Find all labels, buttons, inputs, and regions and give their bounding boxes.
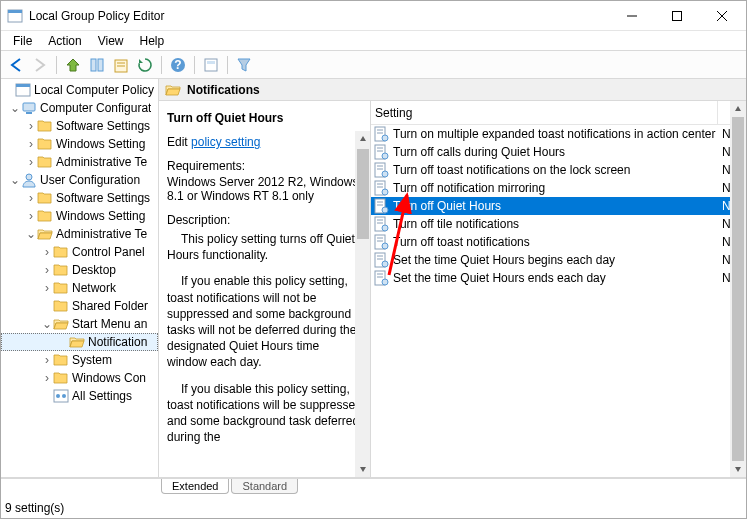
close-button[interactable]: [699, 2, 744, 30]
tree-admin-templates[interactable]: ⌄Administrative Te: [1, 225, 158, 243]
collapse-icon[interactable]: ⌄: [41, 318, 53, 330]
help-button[interactable]: [167, 54, 189, 76]
folder-icon: [53, 298, 69, 314]
filter-button[interactable]: [233, 54, 255, 76]
tree-item[interactable]: ›Windows Setting: [1, 135, 158, 153]
tree-item[interactable]: ›System: [1, 351, 158, 369]
setting-label: Set the time Quiet Hours begins each day: [393, 253, 718, 267]
setting-row[interactable]: Turn off notification mirroringNo: [371, 179, 746, 197]
edit-label: Edit: [167, 135, 188, 149]
folder-icon: [37, 208, 53, 224]
setting-row[interactable]: Turn off Quiet HoursNo: [371, 197, 746, 215]
title-bar: Local Group Policy Editor: [1, 1, 746, 31]
tree-item[interactable]: ›Software Settings: [1, 117, 158, 135]
tree-item[interactable]: ›Windows Con: [1, 369, 158, 387]
status-bar: 9 setting(s): [1, 498, 746, 518]
navigation-tree[interactable]: Local Computer Policy ⌄Computer Configur…: [1, 79, 159, 477]
setting-icon: [373, 252, 389, 268]
setting-row[interactable]: Turn off toast notificationsNo: [371, 233, 746, 251]
expand-icon[interactable]: ›: [41, 246, 53, 258]
setting-label: Turn on multiple expanded toast notifica…: [393, 127, 718, 141]
tree-item[interactable]: ›Desktop: [1, 261, 158, 279]
setting-label: Turn off toast notifications: [393, 235, 718, 249]
setting-icon: [373, 144, 389, 160]
expand-icon[interactable]: ›: [41, 354, 53, 366]
up-button[interactable]: [62, 54, 84, 76]
expand-icon[interactable]: ›: [25, 156, 37, 168]
menu-view[interactable]: View: [90, 32, 132, 50]
show-button[interactable]: [200, 54, 222, 76]
folder-icon: [53, 280, 69, 296]
setting-row[interactable]: Set the time Quiet Hours begins each day…: [371, 251, 746, 269]
menu-bar: File Action View Help: [1, 31, 746, 51]
setting-row[interactable]: Turn off calls during Quiet HoursNo: [371, 143, 746, 161]
show-hide-tree-button[interactable]: [86, 54, 108, 76]
separator: [161, 56, 162, 74]
collapse-icon[interactable]: ⌄: [25, 228, 37, 240]
scroll-up-button[interactable]: [730, 101, 746, 117]
tree-item[interactable]: ›Control Panel: [1, 243, 158, 261]
setting-label: Turn off notification mirroring: [393, 181, 718, 195]
main-area: Local Computer Policy ⌄Computer Configur…: [1, 79, 746, 478]
tree-item[interactable]: ›Network: [1, 279, 158, 297]
requirements-heading: Requirements:: [167, 159, 362, 173]
tree-start-menu[interactable]: ⌄Start Menu an: [1, 315, 158, 333]
settings-list: Setting Turn on multiple expanded toast …: [371, 101, 746, 477]
menu-action[interactable]: Action: [40, 32, 89, 50]
folder-open-icon: [37, 226, 53, 242]
forward-button[interactable]: [29, 54, 51, 76]
minimize-button[interactable]: [609, 2, 654, 30]
setting-icon: [373, 234, 389, 250]
setting-icon: [373, 198, 389, 214]
tree-item[interactable]: ›Windows Setting: [1, 207, 158, 225]
expand-icon[interactable]: ›: [25, 120, 37, 132]
back-button[interactable]: [5, 54, 27, 76]
scroll-thumb[interactable]: [732, 117, 744, 461]
folder-open-icon: [53, 316, 69, 332]
setting-label: Set the time Quiet Hours ends each day: [393, 271, 718, 285]
setting-row[interactable]: Turn on multiple expanded toast notifica…: [371, 125, 746, 143]
expand-icon[interactable]: ›: [25, 138, 37, 150]
expand-icon[interactable]: ›: [25, 192, 37, 204]
setting-icon: [373, 162, 389, 178]
requirements-text: Windows Server 2012 R2, Windows 8.1 or W…: [167, 175, 362, 203]
menu-help[interactable]: Help: [132, 32, 173, 50]
expand-icon[interactable]: ›: [25, 210, 37, 222]
tree-user-config[interactable]: ⌄User Configuration: [1, 171, 158, 189]
user-icon: [21, 172, 37, 188]
scroll-thumb[interactable]: [357, 149, 369, 239]
selected-policy-name: Turn off Quiet Hours: [167, 111, 362, 125]
properties-button[interactable]: [110, 54, 132, 76]
setting-row[interactable]: Set the time Quiet Hours ends each dayNo: [371, 269, 746, 287]
tree-item[interactable]: Shared Folder: [1, 297, 158, 315]
setting-row[interactable]: Turn off tile notificationsNo: [371, 215, 746, 233]
expand-icon[interactable]: ›: [41, 282, 53, 294]
tree-item[interactable]: ›Administrative Te: [1, 153, 158, 171]
scroll-up-button[interactable]: [355, 131, 371, 147]
maximize-button[interactable]: [654, 2, 699, 30]
list-scrollbar[interactable]: [730, 101, 746, 477]
scroll-down-button[interactable]: [355, 461, 371, 477]
tree-notifications[interactable]: Notification: [1, 333, 158, 351]
column-setting[interactable]: Setting: [371, 101, 718, 124]
menu-file[interactable]: File: [5, 32, 40, 50]
refresh-button[interactable]: [134, 54, 156, 76]
scroll-down-button[interactable]: [730, 461, 746, 477]
setting-row[interactable]: Turn off toast notifications on the lock…: [371, 161, 746, 179]
tree-all-settings[interactable]: All Settings: [1, 387, 158, 405]
setting-icon: [373, 180, 389, 196]
collapse-icon[interactable]: ⌄: [9, 102, 21, 114]
collapse-icon[interactable]: ⌄: [9, 174, 21, 186]
expand-icon[interactable]: ›: [41, 264, 53, 276]
tree-item[interactable]: ›Software Settings: [1, 189, 158, 207]
tab-standard[interactable]: Standard: [231, 479, 298, 494]
description-scrollbar[interactable]: [355, 131, 371, 477]
separator: [194, 56, 195, 74]
column-header[interactable]: Setting: [371, 101, 746, 125]
edit-policy-link[interactable]: policy setting: [191, 135, 260, 149]
tab-extended[interactable]: Extended: [161, 479, 229, 494]
tree-computer-config[interactable]: ⌄Computer Configurat: [1, 99, 158, 117]
expand-icon[interactable]: ›: [41, 372, 53, 384]
folder-icon: [37, 136, 53, 152]
tree-root[interactable]: Local Computer Policy: [1, 81, 158, 99]
